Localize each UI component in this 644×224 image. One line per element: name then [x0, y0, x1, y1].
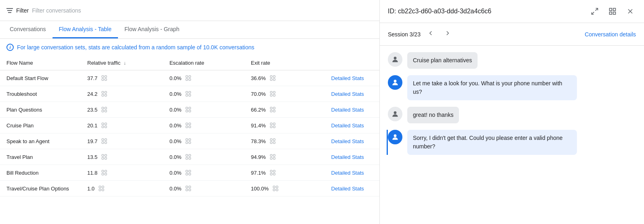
detailed-stats-button[interactable]: Detailed Stats: [331, 107, 364, 113]
svg-rect-20: [270, 91, 272, 93]
message-bubble: Cruise plan alternatives: [407, 52, 478, 69]
exit-icon: [269, 137, 276, 145]
svg-point-106: [394, 111, 397, 114]
col-relative-traffic[interactable]: Relative traffic ↓: [81, 56, 163, 70]
exit-icon: [269, 169, 276, 176]
tab-conversations[interactable]: Conversations: [3, 21, 53, 38]
svg-rect-46: [270, 126, 272, 128]
svg-rect-87: [102, 189, 104, 191]
panel-header: ID: cb22c3-d60-a03-ddd-3d2a4c6c6: [380, 0, 644, 23]
messages-list: Cruise plan alternatives Let me take a l…: [380, 46, 644, 224]
message-bubble: Sorry, I didn't get that. Could you plea…: [407, 130, 577, 155]
svg-rect-57: [273, 139, 275, 141]
svg-rect-84: [99, 186, 101, 188]
detailed-stats-cell: Detailed Stats: [325, 102, 379, 118]
svg-rect-95: [276, 189, 278, 191]
exit-icon: [269, 122, 276, 129]
escalation-rate-cell: 0.0%: [163, 70, 244, 86]
svg-rect-42: [186, 126, 188, 128]
table-row: Travel Plan 13.5 0.0% 94.9%: [0, 149, 379, 165]
svg-rect-45: [273, 123, 275, 125]
svg-rect-2: [102, 78, 104, 80]
svg-rect-72: [102, 170, 104, 172]
svg-rect-0: [102, 76, 104, 78]
exit-icon: [269, 90, 276, 97]
filter-icon[interactable]: [6, 8, 13, 13]
detailed-stats-button[interactable]: Detailed Stats: [331, 186, 364, 192]
exit-rate-cell: 94.9%: [244, 149, 325, 165]
relative-traffic-cell: 37.7: [81, 70, 163, 86]
svg-rect-12: [102, 91, 104, 93]
svg-rect-48: [102, 139, 104, 141]
col-actions: [325, 56, 379, 70]
traffic-icon: [101, 169, 108, 176]
exit-icon: [269, 106, 276, 113]
svg-rect-67: [189, 157, 191, 159]
detailed-stats-button[interactable]: Detailed Stats: [331, 170, 364, 176]
detailed-stats-button[interactable]: Detailed Stats: [331, 91, 364, 97]
info-text: For large conversation sets, stats are c…: [17, 44, 255, 51]
tab-flow-table[interactable]: Flow Analysis - Table: [53, 21, 118, 38]
message-bubble: Let me take a look for you. What is your…: [407, 75, 577, 100]
table-row: Troubleshoot 24.2 0.0% 70.0%: [0, 86, 379, 102]
svg-point-105: [394, 80, 397, 82]
detailed-stats-cell: Detailed Stats: [325, 86, 379, 102]
svg-rect-7: [189, 78, 191, 80]
flow-name-cell: Speak to an Agent: [0, 133, 81, 149]
detailed-stats-button[interactable]: Detailed Stats: [331, 138, 364, 144]
detailed-stats-button[interactable]: Detailed Stats: [331, 154, 364, 160]
svg-rect-4: [186, 76, 188, 78]
detailed-stats-cell: Detailed Stats: [325, 165, 379, 181]
session-nav: Session 3/23 Conversation details: [380, 23, 644, 46]
svg-rect-34: [270, 110, 272, 112]
svg-rect-40: [186, 123, 188, 125]
col-escalation-rate: Escalation rate: [163, 56, 244, 70]
traffic-icon: [101, 90, 108, 97]
escalation-rate-cell: 0.0%: [163, 165, 244, 181]
svg-point-104: [394, 57, 397, 59]
traffic-icon: [101, 74, 108, 82]
svg-rect-85: [102, 186, 104, 188]
escalation-rate-cell: 0.0%: [163, 149, 244, 165]
right-panel: ID: cb22c3-d60-a03-ddd-3d2a4c6c6: [380, 0, 644, 224]
svg-rect-6: [186, 78, 188, 80]
detailed-stats-button[interactable]: Detailed Stats: [331, 75, 364, 81]
grid-button[interactable]: [607, 6, 618, 17]
svg-rect-43: [189, 126, 191, 128]
conversation-details-link[interactable]: Conversation details: [585, 31, 636, 38]
col-flow-name: Flow Name: [0, 56, 81, 70]
message-row: Sorry, I didn't get that. Could you plea…: [387, 130, 636, 155]
svg-rect-27: [105, 110, 107, 112]
tab-flow-graph[interactable]: Flow Analysis - Graph: [118, 21, 186, 38]
svg-rect-66: [186, 157, 188, 159]
svg-rect-3: [105, 78, 107, 80]
next-session-button[interactable]: [441, 28, 455, 40]
detailed-stats-button[interactable]: Detailed Stats: [331, 123, 364, 129]
svg-rect-37: [105, 123, 107, 125]
relative-traffic-cell: 24.2: [81, 86, 163, 102]
close-button[interactable]: [625, 6, 636, 17]
svg-rect-64: [186, 154, 188, 156]
relative-traffic-cell: 1.0: [81, 181, 163, 197]
svg-rect-93: [276, 186, 278, 188]
exit-rate-cell: 100.0%: [244, 181, 325, 197]
filter-placeholder: Filter conversations: [32, 7, 81, 14]
svg-rect-15: [105, 94, 107, 96]
svg-rect-49: [105, 139, 107, 141]
svg-rect-90: [186, 189, 188, 191]
svg-rect-86: [99, 189, 101, 191]
svg-rect-28: [186, 107, 188, 109]
svg-rect-55: [189, 142, 191, 144]
detailed-stats-cell: Detailed Stats: [325, 149, 379, 165]
svg-rect-8: [270, 76, 272, 78]
escalation-icon: [185, 122, 192, 129]
svg-rect-68: [270, 154, 272, 156]
user-avatar: [388, 52, 402, 67]
fullscreen-button[interactable]: [589, 6, 600, 17]
escalation-rate-cell: 0.0%: [163, 118, 244, 133]
svg-rect-62: [102, 157, 104, 159]
prev-session-button[interactable]: [424, 28, 438, 40]
traffic-icon: [101, 106, 108, 113]
svg-rect-30: [186, 110, 188, 112]
svg-rect-89: [189, 186, 191, 188]
